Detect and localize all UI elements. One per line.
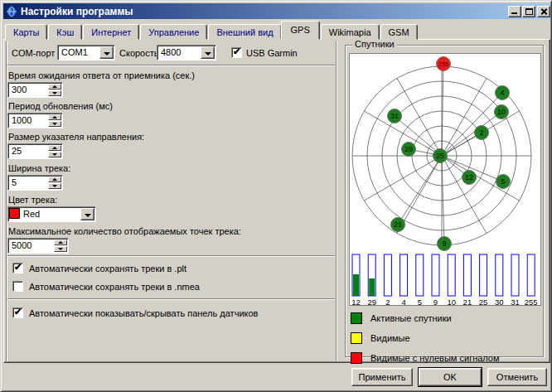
separator [7,65,335,66]
spin-up-icon[interactable] [54,240,67,245]
apply-button[interactable]: Применить [351,368,413,386]
refresh-period-value: 1000 [8,114,48,128]
track-color-label: Цвет трека: [8,195,57,205]
spin-down-icon[interactable] [48,121,61,127]
legend-zero-swatch [351,352,362,364]
minimize-icon [511,12,517,14]
svg-text:31: 31 [390,112,399,120]
app-icon [6,6,17,17]
settings-window: Настройки программы Карты Кэш Интернет У… [0,0,552,392]
svg-text:5: 5 [501,177,505,186]
svg-text:10: 10 [447,298,456,305]
track-width-spinner[interactable]: 5 [7,175,63,191]
minimize-button[interactable] [508,6,521,17]
tab-control[interactable]: Управление [140,24,207,40]
max-points-spinner[interactable]: 5000 [7,238,69,254]
save-nmea-label[interactable]: Автоматически сохранять треки в .nmea [29,282,200,292]
spin-up-icon[interactable] [48,145,61,151]
speed-select[interactable]: 4800 [157,45,216,60]
legend-visible-swatch [351,332,362,344]
spin-down-icon[interactable] [48,152,61,157]
satellite-chart-svg: 2554103122925125219122924591021253031255 [350,54,540,305]
timeout-value: 300 [8,83,48,97]
legend-zero-label: Видимые с нулевым сигналом [370,353,500,363]
tab-maps[interactable]: Карты [5,24,47,40]
window-title: Настройки программы [21,6,133,17]
spin-up-icon[interactable] [48,114,61,120]
com-port-select[interactable]: COM1 [57,45,115,60]
pointer-size-label: Размер указателя направления: [8,132,144,142]
tab-bar: Карты Кэш Интернет Управление Внешний ви… [5,21,419,40]
cancel-button[interactable]: Отменить [487,368,547,386]
satellites-group: Спутники 2554103122925125219122924591021… [345,45,544,357]
sensors-panel-checkbox[interactable] [12,307,23,318]
spin-down-icon[interactable] [54,246,67,252]
spin-up-icon[interactable] [48,177,61,182]
tab-internet[interactable]: Интернет [83,24,139,40]
svg-text:5: 5 [418,298,422,305]
svg-text:12: 12 [351,298,361,305]
svg-text:25: 25 [436,152,444,160]
satellite-sky-plot: 2554103122925125219122924591021253031255 [349,53,541,306]
pointer-size-spinner[interactable]: 25 [7,143,63,159]
usb-garmin-label[interactable]: USB Garmin [246,48,298,58]
svg-text:2: 2 [479,128,483,137]
maximize-button[interactable] [522,6,535,17]
speed-value: 4800 [157,46,201,60]
satellites-group-title: Спутники [352,39,397,49]
track-color-dropdown-icon[interactable] [80,208,94,220]
refresh-period-label: Период обновления (мс) [8,101,113,111]
svg-text:255: 255 [525,298,538,305]
svg-text:10: 10 [497,108,506,116]
titlebar[interactable]: Настройки программы [3,3,550,19]
track-color-swatch [9,208,20,219]
usb-garmin-checkbox[interactable] [231,47,242,58]
legend-active-label: Активные спутники [370,313,452,323]
spin-down-icon[interactable] [48,90,61,96]
max-points-value: 5000 [8,239,54,253]
track-color-value: Red [23,207,80,221]
tab-appearance[interactable]: Внешний вид [208,24,281,40]
svg-text:12: 12 [465,173,473,181]
save-plt-checkbox[interactable] [12,263,23,273]
legend-visible-label: Видимые [370,333,410,343]
svg-text:30: 30 [495,298,504,305]
svg-text:4: 4 [500,89,504,97]
sensors-panel-label[interactable]: Автоматически показывать/скрывать панель… [29,308,258,318]
legend-active-swatch [351,312,362,324]
svg-text:2: 2 [385,298,390,305]
svg-text:255: 255 [438,60,449,68]
track-width-label: Ширина трека: [8,163,70,173]
svg-text:9: 9 [433,298,438,305]
timeout-label: Время ожидания ответа от приемника (сек.… [8,70,195,80]
com-port-dropdown-icon[interactable] [99,46,114,59]
com-port-label: COM-порт [12,48,55,58]
timeout-spinner[interactable]: 300 [7,82,63,98]
tab-gps[interactable]: GPS [281,21,320,40]
pointer-size-value: 25 [8,144,48,158]
svg-text:9: 9 [442,240,446,248]
save-nmea-checkbox[interactable] [12,281,23,292]
speed-dropdown-icon[interactable] [201,46,215,59]
com-port-value: COM1 [58,46,99,60]
svg-text:25: 25 [479,298,488,305]
save-plt-label[interactable]: Автоматически сохранять треки в .plt [29,264,186,273]
svg-text:21: 21 [394,220,402,229]
svg-text:4: 4 [401,298,405,305]
tab-gsm[interactable]: GSM [380,24,418,40]
refresh-period-spinner[interactable]: 1000 [7,113,63,128]
svg-text:29: 29 [367,298,376,305]
max-points-label: Максимальное количество отображаемых точ… [8,226,241,236]
spin-up-icon[interactable] [48,84,61,90]
tab-wikimapia[interactable]: Wikimapia [321,24,380,40]
svg-text:21: 21 [463,298,472,305]
track-color-select[interactable]: Red [7,206,96,222]
close-button[interactable] [537,6,550,17]
svg-text:31: 31 [511,298,520,305]
track-width-value: 5 [8,176,48,190]
panel-right-edge [336,41,337,361]
spin-down-icon[interactable] [48,183,61,189]
separator [7,298,335,300]
tab-cache[interactable]: Кэш [48,24,82,40]
ok-button[interactable]: OK [419,368,482,386]
